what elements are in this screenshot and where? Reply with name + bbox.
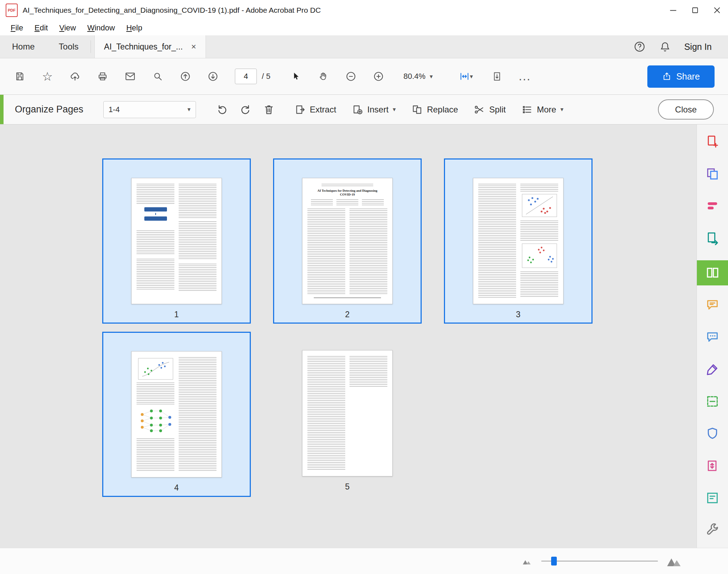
menu-file[interactable]: File	[5, 23, 29, 33]
scan-ocr-icon[interactable]	[703, 392, 722, 411]
compress-pdf-icon[interactable]	[703, 456, 722, 476]
star-glyph: ☆	[42, 70, 53, 82]
next-page-icon[interactable]	[203, 65, 223, 87]
chevron-down-icon: ▾	[470, 73, 473, 80]
chevron-down-icon: ▾	[187, 106, 191, 113]
page-number-input[interactable]	[235, 69, 257, 84]
thumbnail-content	[131, 351, 222, 477]
right-tools-rail	[697, 124, 728, 548]
tab-tools[interactable]: Tools	[47, 35, 91, 58]
thumbnail-content	[302, 350, 393, 476]
page-range-dropdown[interactable]: 1-4 ▾	[103, 101, 196, 118]
page-thumbnail-1[interactable]: 1	[102, 158, 251, 324]
email-icon[interactable]	[120, 65, 140, 87]
text-column	[349, 356, 387, 470]
page-number-label: 1	[174, 310, 179, 319]
more-tools-icon[interactable]: ...	[515, 65, 535, 87]
zoom-level-dropdown[interactable]: 80.4% ▾	[399, 69, 437, 84]
svm-scatter-figure	[522, 194, 557, 217]
delete-pages-icon[interactable]	[259, 100, 279, 120]
scatter-figure	[138, 358, 173, 380]
search-icon[interactable]	[148, 65, 168, 87]
create-pdf-icon[interactable]	[703, 132, 722, 151]
text-column	[179, 184, 216, 298]
text-column	[137, 357, 174, 471]
help-icon[interactable]	[633, 40, 646, 53]
insert-label: Insert	[367, 105, 388, 115]
fill-and-sign-icon[interactable]	[703, 360, 722, 379]
close-organize-button[interactable]: Close	[658, 99, 714, 120]
comment-icon[interactable]	[703, 295, 722, 315]
main-toolbar: ☆ / 5 80.4% ▾ ▾ ...	[0, 58, 728, 95]
minimize-button[interactable]	[662, 0, 684, 21]
organize-pages-title: Organize Pages	[15, 104, 83, 115]
send-for-comments-icon[interactable]	[703, 327, 722, 347]
body-columns	[307, 209, 387, 295]
close-tab-icon[interactable]: ×	[191, 42, 196, 52]
hand-tool-icon[interactable]	[313, 65, 333, 87]
tab-bar: Home Tools AI_Techniques_for_... × Sign …	[0, 35, 728, 58]
window-title: AI_Techniques_for_Detecting_and_Diagnosi…	[23, 6, 321, 15]
page-thumbnail-5[interactable]: 5	[273, 332, 422, 497]
select-tool-icon[interactable]	[286, 65, 306, 87]
organize-pages-tool-active[interactable]	[697, 260, 728, 285]
paper-title: AI Techniques for Detecting and Diagnosi…	[307, 189, 387, 197]
prepare-form-icon[interactable]	[703, 488, 722, 508]
rotate-clockwise-icon[interactable]	[236, 100, 255, 120]
more-button[interactable]: More ▾	[521, 104, 564, 115]
close-window-button[interactable]	[706, 0, 728, 21]
zoom-out-icon[interactable]	[341, 65, 361, 87]
replace-label: Replace	[427, 105, 458, 115]
page-scrolling-icon[interactable]	[487, 65, 507, 87]
print-icon[interactable]	[93, 65, 112, 87]
insert-button[interactable]: Insert ▾	[352, 104, 396, 115]
text-column	[179, 357, 216, 471]
previous-page-icon[interactable]	[175, 65, 195, 87]
cloud-upload-icon[interactable]	[65, 65, 85, 87]
favorite-star-icon[interactable]: ☆	[37, 65, 57, 87]
combine-files-icon[interactable]	[703, 164, 722, 183]
customize-tools-wrench-icon[interactable]	[703, 521, 722, 540]
edit-pdf-icon[interactable]	[703, 196, 722, 215]
tab-separator	[91, 40, 91, 53]
large-thumbnails-icon[interactable]	[666, 556, 683, 567]
rotate-counterclockwise-icon[interactable]	[212, 100, 232, 120]
page-number-label: 3	[516, 310, 521, 319]
fit-width-icon[interactable]: ▾	[452, 65, 479, 87]
notifications-bell-icon[interactable]	[659, 40, 671, 53]
page-thumbnail-2[interactable]: AI Techniques for Detecting and Diagnosi…	[273, 158, 422, 324]
sign-in-link[interactable]: Sign In	[684, 42, 712, 52]
small-thumbnails-icon[interactable]	[522, 557, 533, 565]
flowchart-figure	[138, 207, 173, 226]
text-column	[520, 184, 558, 298]
export-pdf-icon[interactable]	[703, 228, 722, 248]
organize-accent-bar	[0, 95, 4, 124]
page-number-label: 5	[345, 482, 350, 492]
protect-icon[interactable]	[703, 424, 722, 443]
menu-window[interactable]: Window	[82, 23, 121, 33]
maximize-button[interactable]	[684, 0, 706, 21]
tab-home[interactable]: Home	[0, 35, 47, 58]
page-number-label: 4	[174, 483, 179, 493]
slider-track[interactable]	[541, 561, 658, 562]
extract-icon	[294, 104, 306, 115]
share-button[interactable]: Share	[647, 65, 715, 88]
save-icon[interactable]	[10, 65, 30, 87]
menu-view[interactable]: View	[53, 23, 81, 33]
menu-help[interactable]: Help	[121, 23, 148, 33]
chevron-down-icon: ▾	[430, 73, 433, 80]
tab-document[interactable]: AI_Techniques_for_... ×	[94, 35, 206, 58]
thumbnail-grid: 1 AI Techniques for Detecting and Diagno…	[0, 124, 697, 548]
split-button[interactable]: Split	[474, 104, 506, 115]
knn-scatter-figure	[522, 243, 557, 268]
page-thumbnail-3[interactable]: 3	[444, 158, 593, 324]
extract-button[interactable]: Extract	[294, 104, 336, 115]
page-thumbnail-4[interactable]: 4	[102, 332, 251, 497]
window-controls	[662, 0, 728, 21]
replace-button[interactable]: Replace	[411, 104, 458, 115]
page-navigation: / 5	[235, 69, 270, 84]
neural-network-figure	[137, 407, 174, 434]
menu-edit[interactable]: Edit	[29, 23, 53, 33]
slider-handle[interactable]	[551, 557, 557, 566]
zoom-in-icon[interactable]	[369, 65, 388, 87]
